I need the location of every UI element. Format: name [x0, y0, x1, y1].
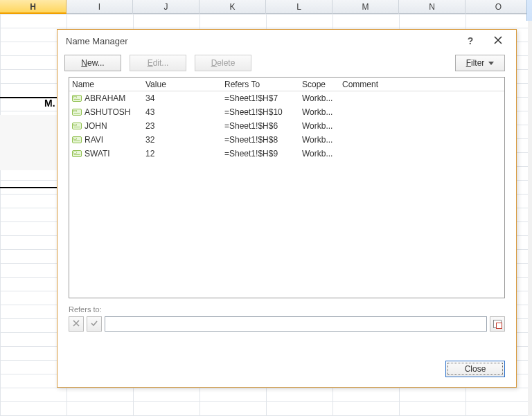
svg-rect-13	[74, 152, 77, 154]
list-item[interactable]: RAVI32=Sheet1!$H$8Workb...	[69, 133, 504, 147]
close-icon	[494, 35, 502, 46]
row-name: RAVI	[85, 135, 103, 145]
vertical-scrollbar[interactable]	[528, 21, 532, 416]
window-close-button[interactable]	[484, 31, 512, 51]
column-header-M[interactable]: M	[332, 0, 399, 14]
col-name[interactable]: Name	[72, 80, 145, 89]
row-scope: Workb...	[302, 121, 342, 131]
grid-border-range	[0, 97, 57, 188]
row-refers-to: =Sheet1!$H$9	[224, 149, 302, 159]
svg-rect-0	[73, 96, 82, 102]
row-value: 32	[145, 135, 224, 145]
list-item[interactable]: ASHUTOSH43=Sheet1!$H$10Workb...	[69, 105, 504, 119]
cancel-edit-button	[69, 316, 84, 332]
help-button[interactable]: ?	[456, 31, 484, 51]
refers-to-section: Refers to:	[69, 305, 505, 332]
row-scope: Workb...	[302, 135, 342, 145]
row-refers-to: =Sheet1!$H$8	[224, 135, 302, 145]
row-value: 34	[145, 93, 224, 103]
chevron-down-icon	[488, 62, 494, 65]
column-header-H[interactable]: H	[0, 0, 66, 14]
dialog-title: Name Manager	[66, 36, 128, 46]
filter-button-label: Filter	[466, 58, 485, 68]
named-range-icon	[72, 122, 82, 130]
row-value: 12	[145, 149, 224, 159]
column-header-N[interactable]: N	[399, 0, 466, 14]
close-button-label: Close	[465, 364, 486, 374]
collapse-dialog-button[interactable]	[490, 316, 505, 332]
refers-to-input[interactable]	[105, 316, 487, 332]
col-scope[interactable]: Scope	[302, 80, 342, 89]
edit-button-label: Edit...	[148, 58, 169, 68]
col-value[interactable]: Value	[145, 80, 224, 89]
named-range-icon	[72, 108, 82, 116]
name-manager-dialog: Name Manager ? New... Edit... Delete Fil…	[57, 29, 517, 388]
edit-button: Edit...	[130, 55, 186, 71]
list-item[interactable]: SWATI12=Sheet1!$H$9Workb...	[69, 147, 504, 161]
dialog-footer: Close	[57, 351, 516, 387]
row-refers-to: =Sheet1!$H$6	[224, 121, 302, 131]
x-icon	[73, 319, 80, 329]
row-refers-to: =Sheet1!$H$10	[224, 107, 302, 117]
close-button[interactable]: Close	[445, 361, 505, 377]
row-scope: Workb...	[302, 149, 342, 159]
svg-rect-12	[73, 151, 82, 157]
delete-button-label: Delete	[211, 58, 236, 68]
list-body: ABRAHAM34=Sheet1!$H$7Workb...ASHUTOSH43=…	[69, 91, 504, 161]
row-name: SWATI	[85, 149, 110, 159]
named-range-icon	[72, 136, 82, 144]
column-header-J[interactable]: J	[133, 0, 200, 14]
svg-rect-10	[74, 138, 77, 140]
row-refers-to: =Sheet1!$H$7	[224, 93, 302, 103]
col-refers[interactable]: Refers To	[224, 80, 302, 89]
column-header-L[interactable]: L	[266, 0, 332, 14]
help-icon: ?	[468, 35, 474, 46]
names-list[interactable]: Name Value Refers To Scope Comment ABRAH…	[69, 77, 505, 298]
named-range-icon	[72, 150, 82, 158]
row-name: JOHN	[85, 121, 107, 131]
svg-rect-3	[73, 109, 82, 116]
col-comment[interactable]: Comment	[342, 80, 425, 89]
list-item[interactable]: ABRAHAM34=Sheet1!$H$7Workb...	[69, 91, 504, 105]
row-scope: Workb...	[302, 107, 342, 117]
row-name: ASHUTOSH	[85, 107, 130, 117]
row-name: ABRAHAM	[85, 93, 125, 103]
delete-button: Delete	[195, 55, 251, 71]
ribbon-edge	[526, 0, 532, 21]
new-button-label: New...	[81, 58, 104, 68]
svg-rect-7	[74, 125, 77, 126]
confirm-edit-button	[87, 316, 102, 332]
range-selector-icon	[493, 320, 502, 328]
row-value: 23	[145, 121, 224, 131]
row-scope: Workb...	[302, 93, 342, 103]
svg-rect-1	[74, 97, 77, 98]
svg-rect-6	[73, 123, 82, 129]
list-header[interactable]: Name Value Refers To Scope Comment	[69, 78, 504, 91]
column-headers: HIJKLMNO	[0, 0, 532, 14]
clipped-cell-text: M.	[44, 98, 55, 109]
column-header-K[interactable]: K	[200, 0, 266, 14]
check-icon	[91, 319, 98, 329]
column-header-I[interactable]: I	[66, 0, 133, 14]
svg-rect-4	[74, 111, 77, 112]
filter-button[interactable]: Filter	[455, 55, 505, 71]
named-range-icon	[72, 94, 82, 102]
row-value: 43	[145, 107, 224, 117]
toolbar: New... Edit... Delete Filter	[57, 52, 516, 77]
new-button[interactable]: New...	[64, 55, 121, 71]
dialog-titlebar[interactable]: Name Manager ?	[57, 30, 516, 52]
svg-rect-9	[73, 137, 82, 143]
list-item[interactable]: JOHN23=Sheet1!$H$6Workb...	[69, 119, 504, 133]
column-header-O[interactable]: O	[466, 0, 532, 14]
refers-to-label: Refers to:	[69, 305, 505, 314]
